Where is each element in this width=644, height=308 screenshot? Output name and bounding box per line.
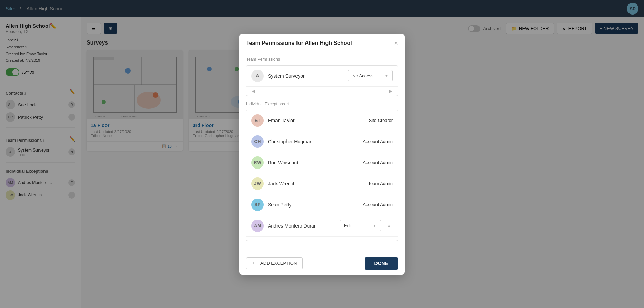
exception-name-ch: Christopher Hugman (268, 139, 328, 144)
modal-header: Team Permissions for Allen High School × (239, 34, 405, 51)
exception-name-eman: Eman Taylor (268, 118, 328, 123)
modal-team-perm-label: Team Permissions (246, 57, 398, 62)
exception-row-eman: ET Eman Taylor Site Creator (246, 110, 398, 131)
modal: Team Permissions for Allen High School ×… (239, 34, 405, 275)
exception-avatar-am: AM (251, 220, 264, 232)
exception-avatar-ch: CH (251, 135, 264, 148)
done-btn[interactable]: DONE (365, 257, 398, 270)
exception-avatar-rw: RW (251, 156, 264, 169)
modal-team-section: A System Surveyor No Access ▼ ◀ ▶ (246, 65, 398, 96)
modal-overlay: Team Permissions for Allen High School ×… (0, 0, 644, 308)
modal-body: Team Permissions A System Surveyor No Ac… (239, 51, 405, 252)
exception-role-rw: Account Admin (332, 160, 393, 165)
modal-team-permission: No Access (352, 73, 373, 78)
team-scroll-right[interactable]: ▶ (386, 87, 395, 95)
modal-team-dropdown[interactable]: No Access ▼ (348, 70, 393, 81)
page-root: Sites / Allen High School SP Allen High … (0, 0, 644, 308)
exception-role-jw1: Team Admin (332, 181, 393, 186)
modal-footer: + + ADD EXCEPTION DONE (239, 252, 405, 275)
modal-team-name: System Surveyor (268, 73, 344, 79)
exception-avatar-jw1: JW (251, 177, 264, 190)
modal-team-row: A System Surveyor No Access ▼ (246, 66, 398, 86)
exception-name-rw: Rod Whisnant (268, 160, 328, 165)
team-scroll-row: ◀ ▶ (246, 86, 398, 96)
exception-row-sp: SP Sean Petty Account Admin (246, 194, 398, 215)
exception-row-rw: RW Rod Whisnant Account Admin (246, 152, 398, 173)
exception-name-jw1: Jack Wrench (268, 181, 328, 186)
add-exception-btn[interactable]: + + ADD EXCEPTION (246, 257, 303, 269)
modal-close-btn[interactable]: × (394, 40, 398, 46)
exception-avatar-eman: ET (251, 114, 264, 127)
exception-avatar-jw2: JW (251, 241, 264, 241)
exception-role-ch: Account Admin (332, 139, 393, 144)
team-scroll-left[interactable]: ◀ (249, 87, 258, 95)
modal-exceptions-label: Individual Exceptions (246, 102, 285, 106)
am-dropdown-value: Edit (344, 223, 352, 228)
exception-row-jw2: JW Jack Wrench Edit ▼ Read Only Edit (246, 237, 398, 241)
exception-name-sp: Sean Petty (268, 202, 328, 208)
exception-role-sp: Account Admin (332, 202, 393, 207)
modal-team-chevron: ▼ (385, 74, 388, 78)
exception-role-eman: Site Creator (332, 118, 393, 123)
exception-avatar-sp: SP (251, 199, 264, 211)
modal-title: Team Permissions for Allen High School (246, 40, 352, 46)
exception-row-am: AM Andres Montero Duran Edit ▼ × (246, 215, 398, 237)
exception-row-ch: CH Christopher Hugman Account Admin (246, 131, 398, 152)
modal-team-avatar: A (251, 70, 264, 82)
exceptions-info-icon: ℹ (287, 102, 289, 106)
plus-icon: + (252, 261, 255, 266)
exception-name-am: Andres Montero Duran (268, 223, 335, 229)
exception-remove-am[interactable]: × (385, 222, 393, 230)
am-chevron-icon: ▼ (373, 224, 376, 228)
exception-dropdown-am[interactable]: Edit ▼ (340, 220, 381, 231)
exception-row-jw1: JW Jack Wrench Team Admin (246, 173, 398, 194)
modal-exceptions-section: ET Eman Taylor Site Creator CH Christoph… (246, 110, 398, 241)
